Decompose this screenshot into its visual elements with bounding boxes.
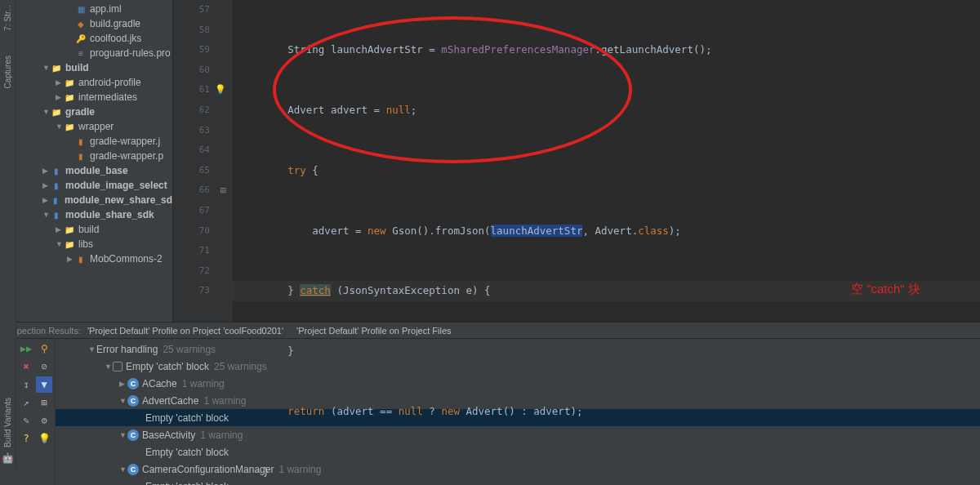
file-icon: ▮ [51, 209, 62, 220]
line-number[interactable]: 70 [173, 221, 231, 242]
tree-item-label: module_base [65, 165, 128, 176]
file-icon: ▮ [51, 165, 62, 176]
line-number[interactable] [173, 301, 231, 322]
export-icon[interactable]: ↗ [18, 394, 34, 411]
class-icon: C [127, 395, 139, 407]
tree-item[interactable]: ≡proguard-rules.pro [16, 46, 172, 60]
tree-item-label: MobCommons-2 [90, 253, 163, 265]
line-number[interactable]: 66 [173, 180, 231, 201]
left-bottom-stripe: Build Variants 🤖 [0, 322, 16, 469]
tree-item-label: module_new_share_sd [65, 194, 172, 206]
tree-item-label: libs [78, 238, 93, 250]
tree-item[interactable]: ▼📁build [16, 60, 172, 75]
tree-arrow-icon[interactable]: ▶ [42, 196, 51, 204]
file-icon: 📁 [64, 224, 75, 235]
filter-icon[interactable]: ▼ [36, 376, 52, 393]
annotation-text: 空 "catch" 块 [851, 279, 920, 300]
code-area[interactable]: String launchAdvertStr = mSharedPreferen… [232, 0, 980, 322]
line-number[interactable]: 62 [173, 100, 231, 121]
group-icon[interactable]: ⊞ [36, 394, 52, 411]
line-number[interactable]: 73 [173, 281, 231, 301]
tree-arrow-icon[interactable]: ▼ [56, 240, 64, 248]
tree-arrow-icon[interactable]: ▶ [56, 78, 64, 87]
tree-item[interactable]: ▮gradle-wrapper.p [16, 149, 172, 163]
bulb-icon[interactable]: ⚲ [36, 340, 52, 357]
tree-arrow-icon[interactable]: ▼ [42, 211, 51, 219]
tool-window-captures[interactable]: Captures [3, 56, 12, 89]
suppress-icon[interactable]: ⊘ [36, 358, 52, 375]
line-number[interactable]: 72 [173, 261, 231, 282]
tree-arrow-icon[interactable]: ▼ [105, 363, 113, 371]
file-icon: ▮ [75, 253, 87, 265]
tree-item[interactable]: ▦app.iml [16, 2, 172, 16]
rerun-icon[interactable]: ▶▶ [18, 340, 34, 357]
inspection-item-label: Empty 'catch' block [145, 412, 229, 424]
line-number[interactable]: 63 [173, 121, 231, 141]
tree-arrow-icon[interactable]: ▶ [42, 181, 51, 189]
ellipse-annotation [273, 16, 632, 163]
warning-count: 25 warnings [163, 344, 216, 355]
warning-count: 1 warning [182, 378, 225, 389]
tree-item[interactable]: ▼📁wrapper [16, 119, 172, 134]
tree-arrow-icon[interactable]: ▼ [42, 108, 51, 116]
tree-item[interactable]: ▶▮MobCommons-2 [16, 251, 172, 266]
android-icon[interactable]: 🤖 [2, 452, 14, 464]
file-icon: 📁 [64, 121, 75, 132]
expand-icon[interactable]: ↧ [18, 376, 34, 393]
help-icon[interactable]: ? [18, 430, 34, 447]
tree-item[interactable]: ▶▮module_image_select [16, 178, 172, 193]
tool-window-build-variants[interactable]: Build Variants [3, 398, 12, 447]
close-icon[interactable]: ✖ [18, 358, 34, 375]
tree-item[interactable]: ▶▮module_new_share_sd [16, 193, 172, 207]
line-number[interactable]: 60 [173, 60, 231, 81]
tool-window-structure[interactable]: 7: Str... [3, 5, 12, 31]
editor[interactable]: 575859606162636465666770717273 String la… [173, 0, 980, 322]
project-tree[interactable]: ▦app.iml◆build.gradle🔑coolfood.jks≡progu… [16, 0, 173, 322]
tree-item[interactable]: ▼▮module_share_sdk [16, 207, 172, 222]
tree-item[interactable]: ▶📁intermediates [16, 90, 172, 105]
line-number[interactable]: 58 [173, 20, 231, 41]
tree-arrow-icon[interactable]: ▼ [56, 122, 64, 131]
tree-item[interactable]: ◆build.gradle [16, 16, 172, 31]
line-number[interactable]: 61 [173, 80, 231, 100]
gutter: 575859606162636465666770717273 [173, 0, 232, 322]
inspection-item-label: ACache [142, 378, 177, 389]
line-number[interactable]: 57 [173, 0, 231, 20]
tree-item[interactable]: ▶📁build [16, 222, 172, 237]
line-number[interactable]: 59 [173, 40, 231, 60]
tree-arrow-icon[interactable]: ▶ [119, 380, 127, 388]
tree-arrow-icon[interactable]: ▼ [119, 431, 127, 439]
left-tool-stripe: 7: Str... Captures [0, 0, 16, 322]
line-number[interactable]: 65 [173, 161, 231, 181]
tree-item-label: wrapper [78, 121, 114, 132]
inspection-icon [113, 362, 122, 372]
file-icon: 📁 [64, 238, 75, 250]
tree-arrow-icon[interactable]: ▶ [56, 225, 64, 234]
tree-item-label: gradle [65, 106, 95, 118]
tree-item[interactable]: ▼📁libs [16, 237, 172, 251]
tree-item[interactable]: ▶▮module_base [16, 163, 172, 178]
file-icon: 🔑 [75, 33, 87, 44]
tree-arrow-icon[interactable]: ▼ [119, 465, 127, 474]
tree-item[interactable]: ▮gradle-wrapper.j [16, 134, 172, 149]
tree-item-label: app.iml [90, 3, 122, 15]
inspection-item-label: Error handling [96, 344, 158, 355]
line-number[interactable]: 64 [173, 140, 231, 161]
tree-arrow-icon[interactable]: ▼ [119, 397, 127, 405]
tree-arrow-icon[interactable]: ▼ [42, 64, 51, 72]
tree-item[interactable]: ▼📁gradle [16, 105, 172, 119]
class-icon: C [127, 378, 139, 389]
tree-arrow-icon[interactable]: ▶ [56, 93, 64, 101]
tree-item[interactable]: 🔑coolfood.jks [16, 31, 172, 46]
tree-arrow-icon[interactable]: ▶ [67, 255, 75, 263]
tree-arrow-icon[interactable]: ▶ [42, 167, 51, 175]
tree-arrow-icon[interactable]: ▼ [88, 345, 96, 354]
edit-icon[interactable]: ✎ [18, 412, 34, 429]
file-icon: 📁 [64, 91, 75, 103]
tree-item[interactable]: ▶📁android-profile [16, 75, 172, 90]
file-icon: 📁 [51, 106, 62, 118]
line-number[interactable]: 71 [173, 241, 231, 261]
settings-icon[interactable]: ⚙ [36, 412, 52, 429]
line-number[interactable]: 67 [173, 201, 231, 221]
quickfix-icon[interactable]: 💡 [36, 430, 52, 447]
